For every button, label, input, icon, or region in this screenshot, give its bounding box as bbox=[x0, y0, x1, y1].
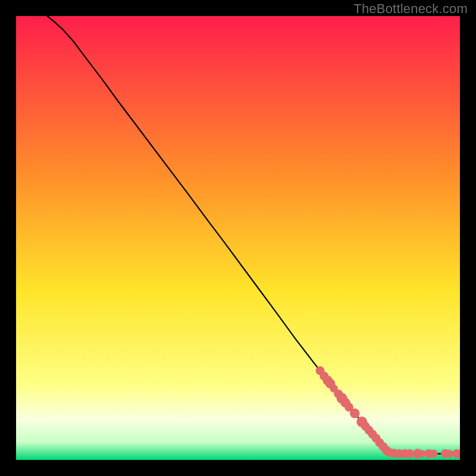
chart-svg bbox=[16, 16, 460, 460]
plot-background-gradient bbox=[16, 16, 460, 460]
chart-container: TheBottleneck.com bbox=[0, 0, 476, 476]
scatter-marker bbox=[350, 408, 359, 418]
attribution-label: TheBottleneck.com bbox=[353, 1, 468, 17]
plot-area bbox=[16, 16, 460, 460]
scatter-marker bbox=[430, 450, 437, 458]
scatter-marker bbox=[445, 450, 453, 458]
